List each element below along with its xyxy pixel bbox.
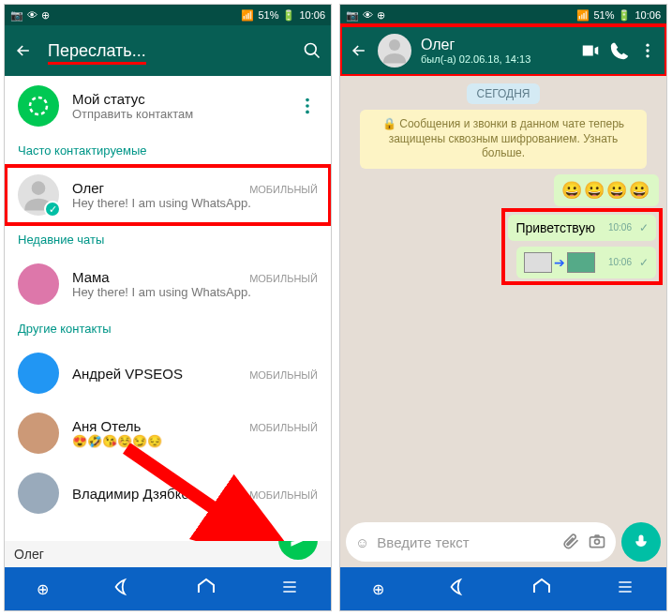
section-frequent: Часто контактируемые — [5, 136, 331, 165]
contact-name: Андрей VPSEOS — [72, 366, 183, 382]
app-icon: 📷 — [346, 9, 359, 22]
teamviewer-icon[interactable]: ⊕ — [372, 580, 384, 598]
clock-text: 10:06 — [635, 9, 661, 21]
avatar-oleg: ✓ — [18, 174, 59, 216]
status-sub: Отправить контактам — [72, 107, 284, 121]
contact-name: Аня Отель — [72, 418, 141, 434]
msg-time: 10:06 — [608, 257, 632, 267]
contact-sub: Hey there! I am using WhatsApp. — [72, 285, 318, 299]
more-icon[interactable] — [297, 96, 318, 116]
svg-point-3 — [306, 104, 309, 108]
svg-rect-11 — [590, 536, 605, 547]
search-icon[interactable] — [303, 41, 321, 60]
svg-point-0 — [306, 44, 317, 55]
avatar-anya — [18, 413, 59, 454]
tick-icon: ✓ — [639, 221, 649, 234]
teamviewer-icon[interactable]: ⊕ — [37, 580, 49, 598]
android-navbar: ⊕ — [5, 567, 331, 610]
battery-text: 51% — [593, 9, 614, 21]
phone-icon[interactable] — [610, 41, 629, 60]
status-bar: 📷 👁 ⊕ 📶 51% 🔋 10:06 — [5, 5, 331, 25]
svg-point-4 — [306, 111, 309, 114]
svg-point-5 — [32, 181, 46, 195]
input-placeholder: Введите текст — [377, 534, 554, 550]
recent-nav-icon[interactable] — [280, 578, 299, 600]
contact-name: Владимир Дзябко — [72, 486, 189, 502]
contact-tag: МОБИЛЬНЫЙ — [249, 422, 318, 433]
svg-point-12 — [595, 539, 600, 544]
emoji-icon[interactable]: ☺ — [355, 534, 369, 550]
contact-sub: Hey there! I am using WhatsApp. — [72, 196, 318, 210]
battery-icon: 🔋 — [282, 9, 295, 22]
avatar-mama — [18, 263, 59, 305]
contact-tag: МОБИЛЬНЫЙ — [249, 369, 318, 381]
status-title: Мой статус — [72, 91, 284, 107]
wifi-icon: 📶 — [241, 9, 254, 22]
my-status-row[interactable]: Мой статус Отправить контактам — [5, 76, 331, 136]
back-nav-icon[interactable] — [112, 577, 132, 601]
clock-text: 10:06 — [299, 9, 325, 21]
battery-icon: 🔋 — [618, 9, 631, 22]
svg-point-9 — [646, 49, 649, 52]
svg-point-2 — [306, 98, 309, 102]
section-recent: Недавние чаты — [5, 225, 331, 254]
eye-icon: 👁 — [363, 9, 373, 21]
home-nav-icon[interactable] — [530, 576, 553, 602]
header-title: Переслать... — [48, 41, 288, 61]
tick-icon: ✓ — [639, 256, 649, 269]
back-icon[interactable] — [14, 41, 33, 60]
message-input[interactable]: ☺ Введите текст — [346, 522, 616, 562]
contact-anya[interactable]: Аня Отель МОБИЛЬНЫЙ 😍🤣😘☺️😏😔 — [5, 403, 331, 463]
back-icon[interactable] — [350, 41, 368, 60]
msg-emoji[interactable]: 😀😀😀😀 — [554, 174, 659, 206]
forward-header: Переслать... — [5, 25, 331, 76]
msg-text-content: Приветствую — [515, 220, 595, 235]
contact-andrei[interactable]: Андрей VPSEOS МОБИЛЬНЫЙ — [5, 343, 331, 403]
contact-mama[interactable]: Мама МОБИЛЬНЫЙ Hey there! I am using Wha… — [5, 254, 331, 314]
contact-vladimir[interactable]: Владимир Дзябко МОБИЛЬНЫЙ — [5, 463, 331, 518]
phone-chat-screen: 📷 👁 ⊕ 📶 51% 🔋 10:06 Олег был(-а) 02.06.1… — [339, 4, 667, 611]
more-icon[interactable] — [638, 41, 657, 60]
avatar-vladimir — [18, 473, 59, 514]
svg-point-8 — [646, 44, 649, 47]
svg-point-7 — [389, 39, 400, 51]
contact-tag: МОБИЛЬНЫЙ — [249, 273, 318, 284]
android-navbar: ⊕ — [340, 567, 666, 610]
msg-time: 10:06 — [608, 222, 632, 233]
video-icon[interactable] — [580, 40, 601, 61]
chat-lastseen: был(-а) 02.06.18, 14:13 — [421, 53, 571, 65]
contact-tag: МОБИЛЬНЫЙ — [249, 489, 318, 501]
contact-name: Олег — [72, 180, 104, 196]
back-nav-icon[interactable] — [447, 577, 468, 601]
msg-image[interactable]: ➔ 10:06 ✓ — [516, 247, 656, 278]
encryption-notice[interactable]: 🔒 Сообщения и звонки в данном чате тепер… — [360, 110, 646, 169]
mic-button[interactable] — [621, 522, 661, 562]
svg-point-10 — [646, 54, 649, 57]
contact-emoji: 😍🤣😘☺️😏😔 — [72, 434, 318, 448]
chat-header[interactable]: Олег был(-а) 02.06.18, 14:13 — [340, 25, 666, 76]
thumb-phone — [567, 252, 595, 273]
team-icon: ⊕ — [41, 9, 50, 22]
attach-icon[interactable] — [561, 532, 580, 553]
home-nav-icon[interactable] — [195, 576, 217, 602]
image-thumbs: ➔ — [524, 252, 595, 273]
status-bar: 📷 👁 ⊕ 📶 51% 🔋 10:06 — [340, 5, 666, 25]
arrow-icon: ➔ — [554, 255, 565, 270]
section-other: Другие контакты — [5, 314, 331, 343]
msg-text[interactable]: Приветствую 10:06 ✓ — [508, 215, 656, 241]
svg-point-1 — [30, 98, 47, 114]
chat-input-bar: ☺ Введите текст — [340, 517, 666, 567]
eye-icon: 👁 — [27, 9, 37, 21]
wifi-icon: 📶 — [576, 9, 590, 22]
thumb-laptop — [524, 252, 552, 273]
recent-nav-icon[interactable] — [616, 578, 635, 600]
check-icon: ✓ — [44, 201, 61, 218]
chat-avatar — [378, 34, 411, 68]
chat-body: СЕГОДНЯ 🔒 Сообщения и звонки в данном ча… — [340, 76, 666, 517]
chat-name: Олег — [421, 37, 571, 53]
camera-icon[interactable] — [588, 532, 606, 553]
phone-forward-screen: 📷 👁 ⊕ 📶 51% 🔋 10:06 Переслать... Мой ста… — [4, 4, 332, 611]
contact-oleg[interactable]: ✓ Олег МОБИЛЬНЫЙ Hey there! I am using W… — [5, 165, 331, 225]
status-avatar — [18, 85, 59, 127]
forward-list: Мой статус Отправить контактам Часто кон… — [5, 76, 331, 541]
